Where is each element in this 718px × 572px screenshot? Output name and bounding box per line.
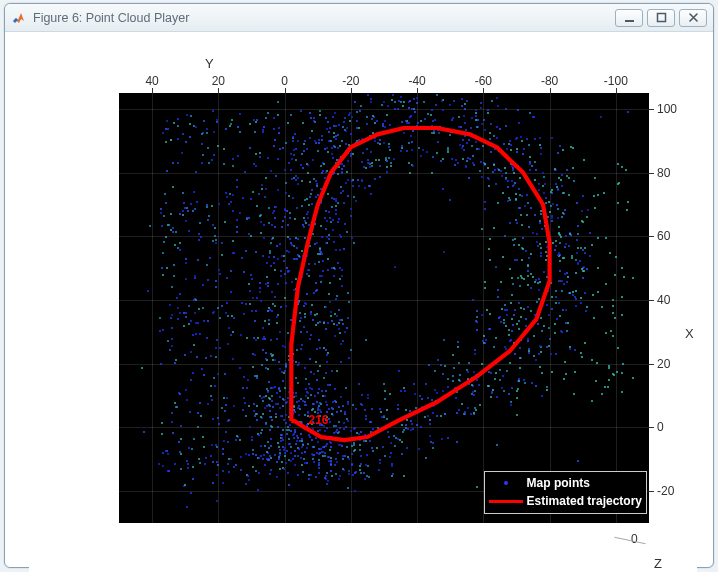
tick-mark bbox=[649, 109, 654, 110]
grid-line bbox=[152, 93, 153, 523]
right-tick-label: 60 bbox=[657, 229, 670, 243]
top-tick-label: -80 bbox=[541, 74, 558, 88]
legend-item-trajectory[interactable]: Estimated trajectory bbox=[489, 493, 642, 509]
grid-line bbox=[119, 364, 649, 365]
maximize-button[interactable] bbox=[647, 9, 675, 27]
tick-mark bbox=[649, 491, 654, 492]
close-button[interactable] bbox=[679, 9, 707, 27]
grid-line bbox=[119, 300, 649, 301]
svg-rect-0 bbox=[625, 20, 634, 22]
window-controls bbox=[615, 9, 707, 27]
tick-mark bbox=[649, 300, 654, 301]
grid-line bbox=[218, 93, 219, 523]
right-tick-label: 40 bbox=[657, 293, 670, 307]
grid-line bbox=[119, 109, 649, 110]
grid-line bbox=[119, 427, 649, 428]
matlab-icon bbox=[11, 10, 27, 26]
titlebar[interactable]: Figure 6: Point Cloud Player bbox=[5, 4, 713, 32]
top-tick-label: 40 bbox=[145, 74, 158, 88]
legend-label: Estimated trajectory bbox=[527, 494, 642, 508]
point-swatch-icon bbox=[489, 476, 523, 490]
tick-mark bbox=[649, 427, 654, 428]
window-title: Figure 6: Point Cloud Player bbox=[33, 11, 615, 25]
right-tick-label: -20 bbox=[657, 484, 674, 498]
grid-line bbox=[119, 173, 649, 174]
axis-title-z: Z bbox=[654, 556, 662, 571]
tick-mark bbox=[649, 173, 654, 174]
z-tick-label: 0 bbox=[631, 532, 638, 546]
legend-item-map-points[interactable]: Map points bbox=[489, 475, 642, 491]
legend[interactable]: Map points Estimated trajectory bbox=[484, 471, 647, 514]
top-tick-label: -100 bbox=[604, 74, 628, 88]
annotation-label: 216 bbox=[309, 413, 329, 427]
top-tick-label: 20 bbox=[212, 74, 225, 88]
right-tick-label: 80 bbox=[657, 166, 670, 180]
plot-area[interactable]: Y X Z 0 40200-20-40-60-80-100 1008060402… bbox=[29, 58, 697, 572]
minimize-button[interactable] bbox=[615, 9, 643, 27]
grid-line bbox=[483, 93, 484, 523]
top-tick-label: 0 bbox=[281, 74, 288, 88]
legend-label: Map points bbox=[527, 476, 590, 490]
axis-title-top: Y bbox=[205, 56, 214, 71]
top-tick-label: -60 bbox=[475, 74, 492, 88]
grid-line bbox=[550, 93, 551, 523]
grid-line bbox=[285, 93, 286, 523]
figure-body: Y X Z 0 40200-20-40-60-80-100 1008060402… bbox=[7, 34, 711, 565]
axis-title-right: X bbox=[685, 326, 694, 341]
axes-background bbox=[119, 93, 649, 523]
tick-mark bbox=[649, 236, 654, 237]
grid-line bbox=[616, 93, 617, 523]
top-tick-label: -20 bbox=[342, 74, 359, 88]
tick-mark bbox=[649, 364, 654, 365]
z-tick-line bbox=[614, 537, 646, 545]
grid-line bbox=[417, 93, 418, 523]
grid-line bbox=[119, 236, 649, 237]
line-swatch-icon bbox=[489, 494, 523, 508]
svg-rect-1 bbox=[657, 14, 665, 22]
right-tick-label: 20 bbox=[657, 357, 670, 371]
right-tick-label: 0 bbox=[657, 420, 664, 434]
grid-line bbox=[351, 93, 352, 523]
figure-window: Figure 6: Point Cloud Player Y X Z 0 bbox=[4, 3, 714, 568]
right-tick-label: 100 bbox=[657, 102, 677, 116]
top-tick-label: -40 bbox=[408, 74, 425, 88]
